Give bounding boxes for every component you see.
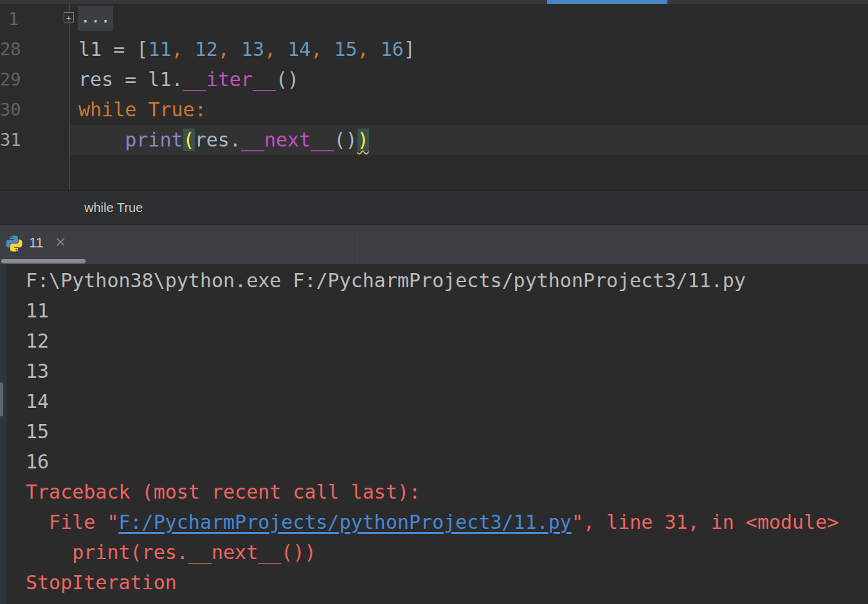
console-segment: 15 [26, 420, 49, 443]
code-token: 12 [195, 38, 218, 60]
code-token: () [334, 129, 357, 151]
code-token: , [218, 38, 241, 60]
python-icon [5, 235, 23, 253]
code-line[interactable]: print(res.__next__()) [78, 125, 369, 155]
console-line: Traceback (most recent call last): [26, 477, 868, 507]
code-token: , [357, 38, 381, 60]
console-line: StopIteration [26, 567, 868, 598]
code-line[interactable]: res = l1.__iter__() [78, 64, 299, 94]
folded-code-region[interactable]: ... [78, 6, 113, 31]
code-token: ] [404, 38, 415, 60]
code-token: l1 = [ [78, 38, 148, 60]
console-segment: 16 [26, 450, 49, 473]
code-token: : [195, 98, 206, 121]
console-segment: 13 [26, 360, 49, 382]
console-line: 16 [26, 447, 868, 477]
toolwindow-header-separator [357, 225, 357, 264]
code-token: res. [195, 129, 241, 151]
code-token: 13 [241, 38, 264, 60]
console-segment: F:\Python38\python.exe F:/PycharmProject… [26, 269, 746, 292]
fold-toggle-icon[interactable]: + [64, 12, 74, 22]
console-segment: StopIteration [26, 571, 177, 594]
code-token: __next__ [241, 129, 334, 151]
code-token: ) [357, 129, 369, 151]
console-file-link[interactable]: F:/PycharmProjects/pythonProject3/11.py [119, 511, 572, 533]
breadcrumb-bar: while True [0, 190, 868, 224]
console-left-strip [0, 264, 6, 604]
code-editor[interactable]: 128293031 + ... l1 = [11, 12, 13, 14, 15… [0, 4, 868, 190]
console-segment: 14 [26, 390, 49, 413]
breadcrumb-item[interactable]: while True [84, 191, 143, 224]
code-token: res = l1. [78, 68, 183, 91]
code-layer[interactable]: l1 = [11, 12, 13, 14, 15, 16]res = l1.__… [0, 4, 868, 190]
console-line: 14 [26, 386, 868, 416]
code-token: , [311, 38, 334, 60]
code-line[interactable]: l1 = [11, 12, 13, 14, 15, 16] [78, 34, 415, 64]
console-line: 15 [26, 416, 868, 447]
code-token: while [78, 98, 148, 121]
code-token: () [276, 68, 299, 91]
console-segment: Traceback (most recent call last): [26, 481, 420, 503]
code-token: True [148, 98, 194, 121]
console-segment: 12 [26, 330, 49, 352]
console-output: F:\Python38\python.exe F:/PycharmProject… [26, 265, 868, 598]
code-token: print [125, 129, 183, 151]
code-token: ( [183, 129, 195, 151]
console-vertical-scrollbar-thumb[interactable] [0, 382, 3, 416]
code-token: 16 [381, 38, 404, 60]
console-segment: File " [26, 511, 119, 533]
run-toolwindow-tabstrip: 11 × [0, 224, 868, 264]
code-token: 14 [287, 38, 311, 60]
code-token: 15 [334, 38, 357, 60]
console-horizontal-scrollbar-thumb[interactable] [1, 259, 86, 263]
console-line: 12 [26, 326, 868, 356]
console-line: 13 [26, 356, 868, 386]
run-tab-label[interactable]: 11 [29, 225, 44, 261]
code-token: , [264, 38, 287, 60]
console-segment: print(res.__next__()) [26, 541, 316, 564]
code-token: 11 [148, 38, 171, 60]
console-segment: 11 [26, 299, 49, 322]
code-token [78, 129, 125, 151]
run-console[interactable]: F:\Python38\python.exe F:/PycharmProject… [0, 264, 868, 604]
code-token: , [172, 38, 195, 60]
tab-close-button[interactable]: × [55, 225, 66, 261]
console-line: F:\Python38\python.exe F:/PycharmProject… [26, 265, 868, 296]
code-line[interactable]: while True: [78, 94, 206, 125]
console-line: print(res.__next__()) [26, 537, 868, 567]
console-line: 11 [26, 296, 868, 326]
code-token: __iter__ [183, 68, 276, 91]
console-segment: ", line 31, in <module> [572, 511, 838, 533]
console-line: File "F:/PycharmProjects/pythonProject3/… [26, 507, 868, 537]
